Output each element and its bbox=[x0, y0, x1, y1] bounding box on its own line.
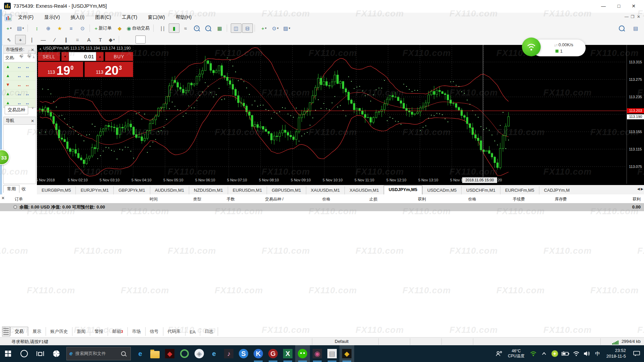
taskbar-app-icon-360-browser[interactable] bbox=[177, 345, 192, 362]
toolbar-button-periods[interactable]: ⊙ ▾ bbox=[270, 23, 281, 33]
toolbar-button-zoom-in[interactable]: + bbox=[192, 23, 202, 33]
toolbar-button-market-watch[interactable]: ↕ bbox=[32, 23, 42, 33]
close-button[interactable]: ✕ bbox=[627, 0, 641, 12]
drawing-tool-button-equidistant-channel[interactable]: ∥ bbox=[61, 35, 71, 44]
toolbar-button-strategy-tester[interactable]: ⊙ bbox=[77, 23, 88, 33]
toolbar-button-indicators[interactable]: + ▾ bbox=[259, 23, 269, 33]
terminal-tab[interactable]: 警报 bbox=[90, 327, 108, 336]
table-column-header[interactable]: 类型 bbox=[193, 196, 201, 202]
pinwheel-app-button[interactable] bbox=[48, 346, 64, 362]
price-axis[interactable]: 113.315113.275113.235113.155113.115113.0… bbox=[627, 45, 644, 184]
drawing-tool-button-fibonacci[interactable]: ≡ bbox=[72, 35, 83, 44]
column-bid[interactable]: 卖价 bbox=[18, 53, 24, 59]
taskbar-app-icon-excel[interactable]: X bbox=[280, 345, 295, 362]
terminal-tab[interactable]: 代码库 bbox=[163, 327, 185, 336]
tray-expand-button[interactable] bbox=[539, 345, 549, 362]
table-column-header[interactable]: 手数 bbox=[227, 196, 235, 202]
menu-item[interactable]: 显示(V) bbox=[39, 13, 65, 22]
table-column-header[interactable]: 手续费 bbox=[513, 196, 525, 202]
dropdown-arrow-icon[interactable]: ▾ bbox=[277, 26, 279, 30]
chart-tab[interactable]: GBPUSDm,M1 bbox=[267, 186, 306, 194]
volume-increase-button[interactable]: ▲ bbox=[96, 52, 104, 61]
chart-tab[interactable]: EURCHFm,M5 bbox=[500, 186, 539, 194]
toolbar-button-line-mode[interactable]: ≈ bbox=[180, 23, 191, 33]
volume-decrease-button[interactable]: ▼ bbox=[61, 52, 69, 61]
toolbar-button-new-chart[interactable]: + ▾ bbox=[4, 23, 14, 33]
wifi-green-tray-icon[interactable] bbox=[528, 345, 539, 362]
drawing-tool-button-text-label[interactable]: T bbox=[95, 35, 106, 44]
chart-tab[interactable]: NZDUSDm,M1 bbox=[189, 186, 228, 194]
close-icon[interactable]: ✕ bbox=[31, 118, 34, 125]
toolbar-more-button[interactable]: ▤ bbox=[630, 23, 641, 33]
dropdown-arrow-icon[interactable]: ▾ bbox=[22, 26, 24, 30]
terminal-tab[interactable]: 账户历史 bbox=[46, 327, 72, 336]
timeframe-button[interactable] bbox=[211, 36, 221, 44]
chart-tab[interactable]: CADJPYm,M bbox=[539, 186, 575, 194]
taskbar-app-icon-compass-browser[interactable]: ◈ bbox=[192, 345, 207, 362]
taskbar-app-icon-g-app[interactable]: G bbox=[266, 345, 280, 362]
chart-tab[interactable]: GBPJPYk,M1 bbox=[113, 186, 150, 194]
scroll-down-icon[interactable]: ∨ bbox=[32, 106, 34, 110]
child-close-button[interactable]: ✕ bbox=[636, 14, 641, 19]
toolbar-button[interactable] bbox=[90, 24, 92, 32]
cortana-button[interactable] bbox=[16, 346, 32, 362]
task-view-button[interactable] bbox=[32, 346, 48, 362]
toolbar-button-auto-scroll[interactable]: ◫ bbox=[231, 23, 241, 33]
table-column-header[interactable]: 获利 bbox=[418, 196, 426, 202]
timeframe-button[interactable] bbox=[178, 36, 189, 44]
toolbar-button-chart-shift[interactable]: ⊟ bbox=[242, 23, 253, 33]
drawing-tool-button-cursor[interactable]: ⇖ bbox=[4, 35, 14, 44]
toolbar-button[interactable] bbox=[227, 24, 229, 32]
terminal-tab[interactable]: 日志 bbox=[200, 327, 218, 336]
chart-tab[interactable]: EURUSDm,M1 bbox=[228, 186, 267, 194]
ime-indicator[interactable]: 中 bbox=[592, 345, 603, 362]
chart-tab[interactable]: USDCADm,M5 bbox=[422, 186, 461, 194]
toolbar-button[interactable] bbox=[28, 24, 30, 32]
taskbar-app-icon-sogou[interactable]: S bbox=[236, 345, 251, 362]
chart-tab[interactable]: EURGBPm,M5 bbox=[37, 186, 75, 194]
toolbar-button-data-window[interactable]: ⊕ bbox=[43, 23, 54, 33]
navigator-tab-common[interactable]: 常用 bbox=[3, 185, 19, 193]
network-float-ball[interactable] bbox=[522, 38, 541, 56]
people-button[interactable] bbox=[494, 345, 504, 362]
dropdown-arrow-icon[interactable]: ▾ bbox=[265, 26, 267, 30]
terminal-tab[interactable]: 展示 bbox=[28, 327, 46, 336]
drawing-tool-button-horizontal-line[interactable]: — bbox=[38, 35, 49, 44]
timeframe-button[interactable] bbox=[200, 36, 210, 44]
profile-name[interactable]: Default bbox=[335, 339, 348, 344]
taskbar-app-icon-wechat[interactable] bbox=[295, 345, 310, 362]
cpu-temp-widget[interactable]: 46°CCPU温度 bbox=[508, 349, 524, 359]
dropdown-arrow-icon[interactable]: ▾ bbox=[10, 26, 12, 30]
taskbar-app-icon-k-app[interactable]: K bbox=[251, 345, 266, 362]
column-symbol[interactable]: 交易品种 bbox=[5, 55, 14, 61]
navigator-tab-favorites[interactable]: 收 bbox=[19, 185, 28, 193]
chart-tab[interactable]: USDJPYm,M5 bbox=[384, 185, 422, 194]
scroll-up-icon[interactable]: ∧ bbox=[33, 55, 35, 59]
market-watch-row[interactable]: ▲ .. .. bbox=[4, 71, 36, 80]
drawing-tool-button-crosshair[interactable]: + bbox=[15, 35, 26, 44]
360-safe-tray-icon[interactable]: + bbox=[549, 345, 560, 362]
toolbar-button-profiles[interactable]: ▤ ▾ bbox=[15, 23, 26, 33]
timeframe-button[interactable] bbox=[125, 36, 135, 44]
taskbar-app-icon-explorer[interactable] bbox=[148, 345, 162, 362]
collapse-arrow-icon[interactable]: ▲ bbox=[39, 47, 42, 50]
toolbar-button-bar-chart-mode[interactable]: ∣∣ bbox=[157, 23, 168, 33]
volume-tray-icon[interactable] bbox=[582, 345, 592, 362]
sell-button[interactable]: SELL bbox=[38, 52, 60, 61]
market-watch-row[interactable]: ▲ .. .. bbox=[4, 62, 36, 71]
terminal-sidebar-icon[interactable] bbox=[2, 326, 10, 337]
table-column-header[interactable]: 价格 bbox=[322, 196, 330, 202]
timeframe-button[interactable] bbox=[189, 36, 199, 44]
action-center-button[interactable] bbox=[629, 345, 644, 362]
toolbar-button-candle-mode[interactable]: ▮ bbox=[169, 23, 179, 33]
drawing-tool-button-vertical-line[interactable]: ∣ bbox=[26, 35, 37, 44]
chart-tab[interactable]: USDCHFm,M1 bbox=[461, 186, 500, 194]
child-restore-button[interactable]: ❐ bbox=[630, 14, 635, 19]
taskbar-app-icon-edge[interactable]: e bbox=[133, 345, 148, 362]
menu-item[interactable]: 插入(I) bbox=[65, 13, 90, 22]
market-watch-row[interactable]: ▼ .. .. bbox=[4, 80, 36, 89]
drawing-tool-button-trendline[interactable]: ∕ bbox=[49, 35, 60, 44]
market-watch-tab[interactable]: 交易品种 bbox=[5, 106, 28, 114]
menu-item[interactable]: 图表(C) bbox=[90, 13, 116, 22]
toolbar-button-metaquotes[interactable]: ◆ bbox=[114, 23, 125, 33]
